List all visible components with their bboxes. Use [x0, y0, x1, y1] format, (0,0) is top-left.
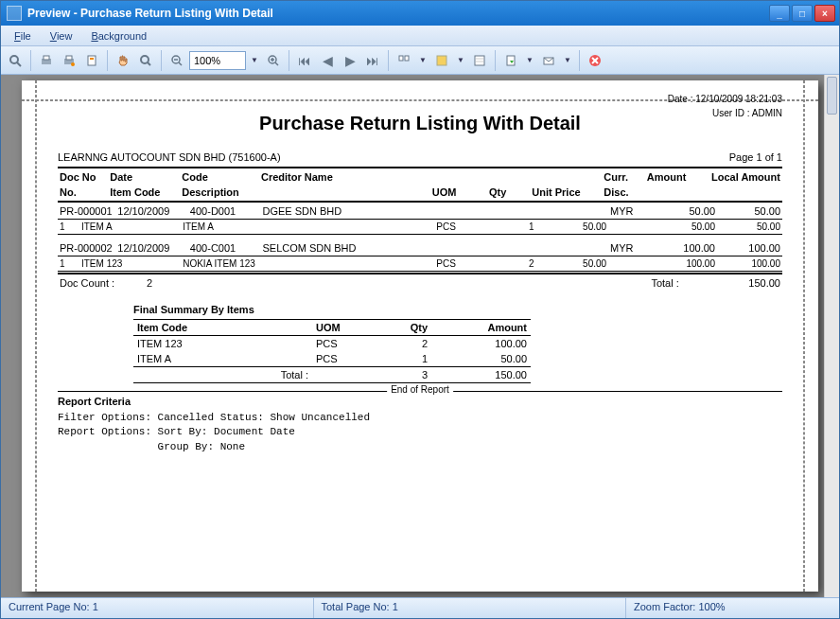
date-value: 12/10/2009 18:21:03 [695, 94, 782, 104]
zoom-dropdown[interactable]: ▼ [248, 50, 261, 71]
minimize-button[interactable]: _ [769, 5, 790, 22]
prev-page-icon[interactable]: ◀ [317, 50, 338, 71]
doc-row: PR-000001 12/10/2009 400-D001 DGEE SDN B… [58, 203, 782, 219]
svg-point-0 [10, 56, 18, 63]
criteria-title: Report Criteria [58, 396, 782, 407]
menu-background-label: ackground [98, 30, 147, 42]
status-bar: Current Page No: 1 Total Page No: 1 Zoom… [1, 597, 839, 618]
zoom-input[interactable]: 100% [189, 51, 246, 70]
end-of-report: End of Report [58, 391, 782, 392]
quick-print-icon[interactable] [59, 50, 79, 71]
scrollbar-thumb[interactable] [827, 77, 837, 115]
next-page-icon[interactable]: ▶ [340, 50, 360, 71]
menu-file[interactable]: File [7, 28, 39, 44]
page-setup-icon[interactable] [81, 50, 102, 71]
titlebar: Preview - Purchase Return Listing With D… [1, 1, 839, 26]
page-indicator: Page 1 of 1 [729, 151, 782, 163]
close-preview-icon[interactable] [585, 50, 605, 71]
item-row: 1 ITEM A ITEM A PCS 1 50.00 50.00 50.00 [58, 220, 782, 234]
print-icon[interactable] [36, 50, 57, 71]
export-dropdown[interactable]: ▼ [523, 50, 536, 71]
menubar: File View Background [1, 26, 839, 46]
preview-workspace[interactable]: Date : 12/10/2009 18:21:03 User ID : ADM… [1, 75, 839, 597]
hand-tool-icon[interactable] [113, 50, 133, 71]
item-row: 1 ITEM 123 NOKIA ITEM 123 PCS 2 50.00 10… [58, 256, 782, 271]
app-icon [7, 6, 22, 21]
menu-file-label: ile [21, 30, 31, 42]
summary-block: Final Summary By Items Item Code UOM Qty… [133, 304, 531, 383]
zoom-in-icon[interactable] [263, 50, 284, 71]
status-current-page: Current Page No: 1 [1, 598, 314, 618]
svg-point-9 [141, 56, 149, 63]
doc-row: PR-000002 12/10/2009 400-C001 SELCOM SDN… [58, 240, 782, 256]
close-button[interactable]: × [814, 5, 835, 22]
toolbar: 100% ▼ ⏮ ◀ ▶ ⏭ ▼ ▼ ▼ ▼ [1, 46, 839, 75]
menu-view-label: iew [57, 30, 73, 42]
status-total-page: Total Page No: 1 [314, 598, 627, 618]
app-window: Preview - Purchase Return Listing With D… [0, 0, 840, 619]
color-dropdown[interactable]: ▼ [454, 50, 467, 71]
svg-rect-21 [475, 56, 484, 65]
svg-rect-7 [88, 56, 96, 65]
color-icon[interactable] [431, 50, 452, 71]
svg-line-17 [275, 62, 278, 65]
totals-row: Doc Count : 2 Total : 150.00 [58, 275, 782, 291]
search-icon[interactable] [5, 50, 26, 71]
svg-rect-3 [44, 56, 49, 60]
first-page-icon[interactable]: ⏮ [294, 50, 315, 71]
report-page: Date : 12/10/2009 18:21:03 User ID : ADM… [22, 80, 818, 592]
date-label: Date : [668, 94, 693, 104]
export-document-icon[interactable] [500, 50, 521, 71]
status-zoom: Zoom Factor: 100% [626, 598, 839, 618]
window-title: Preview - Purchase Return Listing With D… [27, 7, 769, 20]
watermark-icon[interactable] [469, 50, 490, 71]
user-value: ADMIN [752, 108, 782, 118]
svg-rect-19 [405, 56, 409, 61]
email-dropdown[interactable]: ▼ [561, 50, 574, 71]
user-label: User ID : [712, 108, 749, 118]
magnifier-icon[interactable] [135, 50, 156, 71]
maximize-button[interactable]: □ [792, 5, 813, 22]
svg-rect-18 [399, 56, 403, 61]
email-icon[interactable] [538, 50, 559, 71]
multipage-dropdown[interactable]: ▼ [416, 50, 429, 71]
svg-rect-8 [90, 58, 94, 60]
company-name: LEARNNG AUTOCOUNT SDN BHD (751600-A) [58, 151, 281, 163]
multipage-icon[interactable] [394, 50, 414, 71]
svg-point-6 [71, 62, 75, 66]
svg-line-13 [179, 62, 182, 65]
column-headers: Doc No Date Code Creditor Name Curr. Amo… [58, 169, 782, 200]
zoom-out-icon[interactable] [166, 50, 187, 71]
menu-background[interactable]: Background [83, 28, 154, 44]
svg-line-10 [148, 62, 150, 65]
svg-rect-5 [66, 56, 72, 60]
svg-rect-20 [437, 56, 446, 65]
last-page-icon[interactable]: ⏭ [362, 50, 383, 71]
vertical-scrollbar[interactable] [824, 75, 839, 597]
menu-view[interactable]: View [43, 28, 80, 44]
svg-line-1 [17, 62, 21, 66]
criteria-body: Filter Options: Cancelled Status: Show U… [58, 411, 782, 454]
